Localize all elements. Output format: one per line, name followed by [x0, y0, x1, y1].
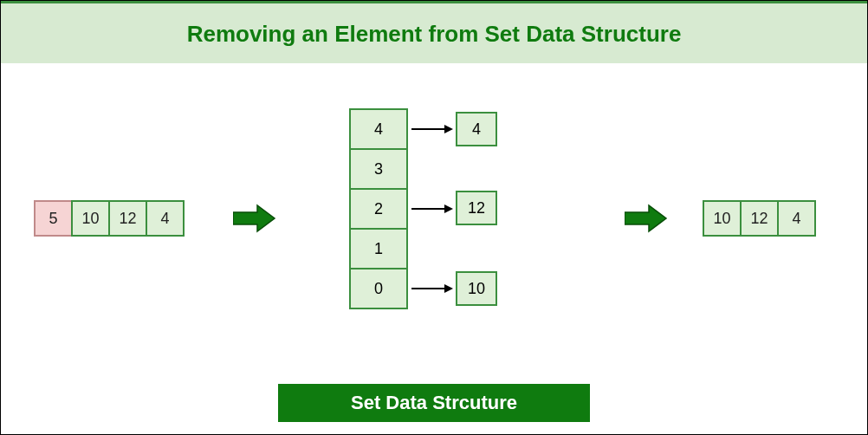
svg-marker-6	[444, 284, 453, 293]
bucket: 2	[349, 188, 408, 230]
input-array: 5 10 12 4	[34, 200, 185, 237]
hash-node: 10	[456, 271, 497, 306]
bucket: 3	[349, 148, 408, 190]
link-arrow-icon	[410, 200, 453, 218]
hash-node: 4	[456, 112, 497, 146]
diagram-content: 5 10 12 4 4 3 2 1 0 4	[1, 63, 867, 375]
array-cell: 10	[703, 200, 742, 237]
arrow-right-icon	[625, 204, 668, 233]
footer-banner: Set Data Strcuture	[278, 384, 590, 422]
header-banner: Removing an Element from Set Data Struct…	[1, 1, 867, 63]
array-cell: 12	[740, 200, 779, 237]
array-cell: 5	[34, 200, 73, 237]
diagram-title: Removing an Element from Set Data Struct…	[187, 21, 682, 47]
array-cell: 4	[777, 200, 816, 237]
array-cell: 12	[108, 200, 147, 237]
bucket: 1	[349, 228, 408, 269]
hash-table: 4 3 2 1 0	[349, 108, 408, 309]
svg-marker-7	[625, 205, 666, 231]
hash-node: 12	[456, 191, 497, 225]
footer-label: Set Data Strcuture	[351, 392, 517, 414]
svg-marker-0	[233, 205, 275, 231]
svg-marker-2	[444, 125, 453, 133]
bucket: 0	[349, 268, 408, 309]
array-cell: 4	[146, 200, 185, 237]
link-arrow-icon	[410, 120, 453, 138]
bucket: 4	[349, 108, 408, 150]
svg-marker-4	[444, 205, 453, 213]
link-arrow-icon	[410, 280, 453, 297]
output-array: 10 12 4	[703, 200, 816, 237]
arrow-right-icon	[233, 204, 276, 233]
array-cell: 10	[71, 200, 110, 237]
diagram-frame: Removing an Element from Set Data Struct…	[0, 0, 868, 435]
